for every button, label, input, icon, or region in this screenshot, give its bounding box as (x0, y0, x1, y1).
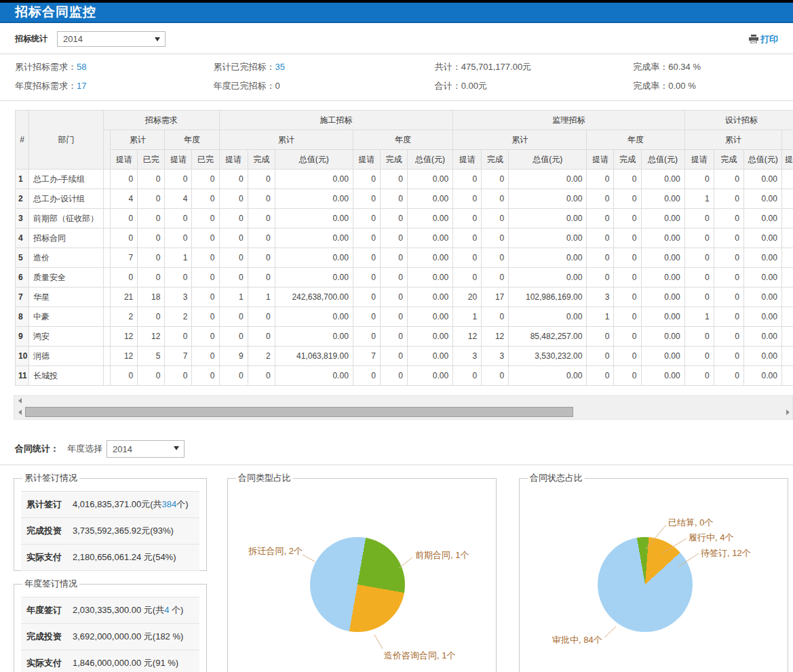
value-cell: 0.00 (743, 347, 781, 366)
value-cell: 0.00 (407, 268, 452, 288)
value-cell: 0.00 (743, 248, 781, 268)
scroll-right-icon[interactable] (786, 410, 790, 415)
print-button[interactable]: 打印 (749, 33, 778, 45)
table-row: 4招标合同0000000.00000.00000.00000.00000.00 (16, 229, 793, 248)
value-cell: 0 (684, 366, 714, 386)
scroll-left-icon[interactable] (18, 410, 22, 415)
value-cell: 0.00 (509, 307, 587, 327)
colheader-requested: 提请 (684, 150, 714, 170)
cumulative-signed-legend: 累计签订情况 (22, 472, 79, 484)
subheader-annual: 年度 (165, 130, 219, 150)
value-cell: 0 (219, 327, 248, 347)
pie-label-demolition: 拆迁合同, 2个 (241, 545, 303, 557)
stat-row-ann-paid: 实际支付 1,846,000,000.00 元(91 %) (21, 650, 199, 672)
row-index: 4 (16, 229, 29, 248)
bid-stats-toolbar: 招标统计 2014 打印 (0, 23, 793, 54)
value-cell: 0 (587, 209, 614, 229)
value-cell: 0 (453, 366, 482, 386)
value-cell: 0 (165, 366, 192, 386)
value-cell: 0.00 (407, 209, 452, 229)
value-cell: 0 (192, 248, 219, 268)
pie-label-settled: 已结算, 0个 (668, 517, 713, 529)
stat-row-cum-invest: 完成投资 3,735,592,365.92元(93%) (21, 518, 199, 545)
value-cell: 0 (353, 209, 380, 229)
value-cell: 0 (614, 170, 641, 189)
value-cell: 0 (614, 327, 641, 347)
value-cell: 0 (614, 288, 641, 307)
clipped-cell (781, 268, 793, 288)
row-index: 11 (16, 366, 29, 386)
clipped-cell (104, 347, 111, 366)
clipped-cell (104, 268, 111, 288)
dept-name: 华星 (29, 288, 104, 307)
value-cell: 0 (219, 170, 248, 189)
value-cell: 0 (138, 307, 165, 327)
table-row: 10润德125709241,063,819.00700.00333,530,23… (16, 347, 793, 366)
bid-year-value: 2014 (63, 34, 83, 44)
value-cell: 0 (165, 229, 192, 248)
value-cell: 0 (138, 209, 165, 229)
bid-summary: 累计招标需求：58 累计已完招标：35 共计：475,701,177.00元 完… (0, 54, 793, 101)
value-cell: 1 (587, 307, 614, 327)
scrollbar-track-top[interactable] (14, 396, 792, 406)
value-cell: 102,986,169.00 (509, 288, 587, 307)
value-cell: 0 (380, 307, 407, 327)
scroll-left-icon[interactable] (18, 398, 22, 403)
value-cell: 0 (380, 209, 407, 229)
value-cell: 1 (684, 307, 714, 327)
clipped-cell (781, 189, 793, 209)
colheader-done: 完成 (714, 150, 743, 170)
print-label: 打印 (760, 33, 778, 45)
value-cell: 0.00 (743, 189, 781, 209)
contract-type-pie[interactable] (310, 537, 405, 632)
stat-year-done: 年度已完招标：0 (214, 80, 435, 92)
value-cell: 0 (380, 366, 407, 386)
value-cell: 0.00 (641, 170, 684, 189)
pie-label-approving: 审批中, 84个 (552, 634, 602, 646)
value-cell: 0 (453, 189, 482, 209)
bid-year-select[interactable]: 2014 (57, 31, 166, 47)
scrollbar-track[interactable] (14, 406, 792, 419)
group-design-bid: 设计招标 (684, 111, 793, 130)
value-cell: 0 (219, 268, 248, 288)
value-cell: 0.00 (509, 189, 587, 209)
value-cell: 0.00 (641, 347, 684, 366)
value-cell: 9 (219, 347, 248, 366)
scrollbar-thumb[interactable] (25, 407, 573, 417)
value-cell: 0 (614, 347, 641, 366)
bid-table-body: 1总工办-手续组0000000.00000.00000.00000.00000.… (16, 170, 793, 386)
value-cell: 0 (482, 229, 509, 248)
table-row: 7华星21183011242,638,700.00000.002017102,9… (16, 288, 793, 307)
value-cell: 3 (453, 347, 482, 366)
contract-status-pie[interactable] (598, 537, 693, 632)
stat-row-cum-signed: 累计签订 4,016,835,371.00元(共384个) (21, 491, 199, 518)
value-cell: 0 (587, 327, 614, 347)
value-cell: 0 (138, 268, 165, 288)
value-cell: 0 (192, 288, 219, 307)
value-cell: 0 (192, 189, 219, 209)
contract-year-select[interactable]: 2014 (107, 440, 185, 458)
value-cell: 0 (138, 170, 165, 189)
subheader-cumulative: 累计 (219, 130, 353, 150)
row-index: 3 (16, 209, 29, 229)
colheader-completed: 已完 (192, 150, 219, 170)
clipped-cell (104, 170, 111, 189)
clipped-cell (104, 248, 111, 268)
value-cell: 0 (714, 229, 743, 248)
value-cell: 0 (714, 366, 743, 386)
value-cell: 0 (482, 248, 509, 268)
subheader-clipped (781, 130, 793, 150)
value-cell: 242,638,700.00 (275, 288, 353, 307)
value-cell: 0 (248, 268, 275, 288)
group-supervision-bid: 监理招标 (453, 111, 685, 130)
value-cell: 2 (248, 347, 275, 366)
value-cell: 0 (192, 268, 219, 288)
value-cell: 0 (138, 229, 165, 248)
colheader-done: 完成 (380, 150, 407, 170)
table-row: 1总工办-手续组0000000.00000.00000.00000.00000.… (16, 170, 793, 189)
clipped-cell (781, 366, 793, 386)
table-horizontal-scrollbar[interactable] (14, 395, 793, 420)
chevron-down-icon (174, 446, 179, 450)
value-cell: 0.00 (641, 248, 684, 268)
colheader-done: 完成 (614, 150, 641, 170)
